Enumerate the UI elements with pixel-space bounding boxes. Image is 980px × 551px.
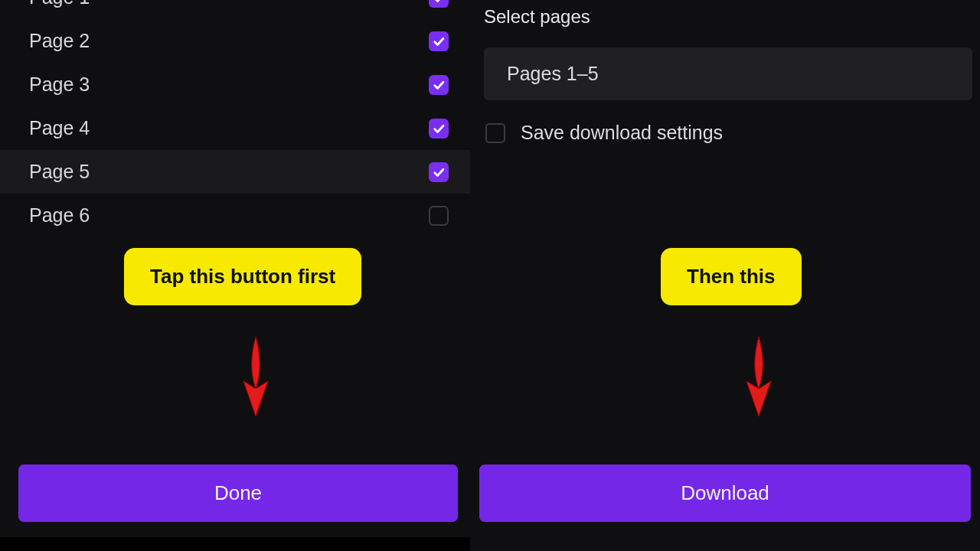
bottom-bar: Download (479, 465, 971, 522)
download-button[interactable]: Download (479, 465, 971, 522)
page-row[interactable]: Page 4 (0, 106, 470, 150)
save-settings-label: Save download settings (521, 122, 723, 144)
annotation-callout: Tap this button first (124, 248, 361, 305)
page-row[interactable]: Page 5 (0, 150, 470, 194)
checkbox-checked-icon[interactable] (429, 162, 449, 182)
checkbox-unchecked-icon[interactable] (485, 123, 505, 143)
page-range-select[interactable]: Pages 1–5 (484, 47, 972, 100)
annotation-callout: Then this (661, 248, 802, 305)
page-label: Page 3 (29, 73, 90, 96)
page-list: Page 1 Page 2 Page 3 Page 4 (0, 0, 470, 237)
page-row[interactable]: Page 6 (0, 194, 470, 237)
page-label: Page 1 (29, 0, 90, 8)
arrow-down-icon (236, 334, 276, 418)
checkbox-checked-icon[interactable] (429, 75, 449, 95)
page-row[interactable]: Page 3 (0, 63, 470, 106)
page-row[interactable]: Page 1 (0, 0, 470, 19)
page-label: Page 5 (29, 161, 90, 183)
page-label: Page 4 (29, 117, 90, 139)
page-label: Page 6 (29, 204, 90, 227)
bottom-bar: Done (18, 465, 458, 522)
checkbox-unchecked-icon[interactable] (429, 206, 449, 226)
save-settings-row[interactable]: Save download settings (485, 122, 980, 144)
android-nav-strip (0, 537, 470, 551)
select-pages-label: Select pages (479, 6, 980, 28)
checkbox-checked-icon[interactable] (429, 0, 449, 8)
checkbox-checked-icon[interactable] (429, 119, 449, 139)
checkbox-checked-icon[interactable] (429, 31, 449, 51)
done-button[interactable]: Done (18, 465, 458, 522)
page-label: Page 2 (29, 30, 90, 52)
arrow-down-icon (739, 334, 779, 418)
page-row[interactable]: Page 2 (0, 19, 470, 63)
